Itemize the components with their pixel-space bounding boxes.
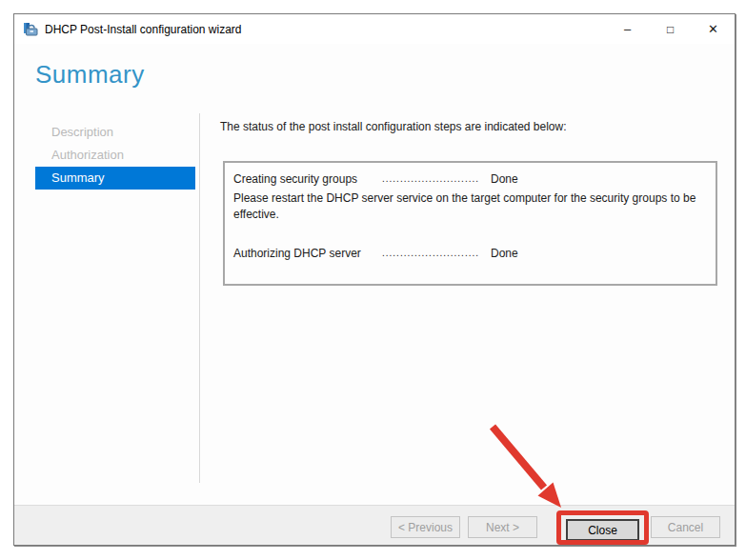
status-value: Done	[491, 172, 518, 186]
window-title: DHCP Post-Install configuration wizard	[45, 23, 242, 36]
status-row-security-groups: Creating security groups ...............…	[233, 172, 707, 186]
status-label: Creating security groups	[233, 172, 382, 186]
status-intro-text: The status of the post install configura…	[220, 120, 567, 133]
sidebar-divider	[199, 113, 200, 483]
status-box: Creating security groups ...............…	[223, 161, 717, 286]
minimize-icon[interactable]: –	[606, 14, 649, 44]
restart-note: Please restart the DHCP server service o…	[233, 190, 710, 223]
close-button[interactable]: Close	[566, 519, 639, 541]
maximize-icon[interactable]: □	[649, 14, 692, 44]
previous-button[interactable]: < Previous	[391, 516, 460, 538]
footer-button-bar: < Previous Next > Close Cancel	[14, 505, 735, 545]
next-button[interactable]: Next >	[468, 516, 537, 538]
sidebar-item-description[interactable]: Description	[35, 121, 195, 144]
leader-dots: ........................................…	[382, 248, 479, 258]
sidebar-item-summary[interactable]: Summary	[35, 167, 195, 190]
sidebar-item-authorization[interactable]: Authorization	[35, 144, 195, 167]
page-title: Summary	[35, 60, 145, 90]
wizard-toolbox-icon	[23, 22, 38, 37]
wizard-window: DHCP Post-Install configuration wizard –…	[13, 13, 736, 546]
leader-dots: ........................................…	[382, 173, 479, 184]
title-bar: DHCP Post-Install configuration wizard –…	[14, 14, 735, 44]
cancel-button[interactable]: Cancel	[651, 516, 720, 538]
status-label: Authorizing DHCP server	[233, 247, 382, 260]
close-icon[interactable]: ✕	[692, 14, 735, 44]
status-row-authorizing: Authorizing DHCP server ................…	[233, 247, 707, 260]
wizard-steps-sidebar: Description Authorization Summary	[35, 121, 195, 190]
status-value: Done	[491, 247, 518, 260]
